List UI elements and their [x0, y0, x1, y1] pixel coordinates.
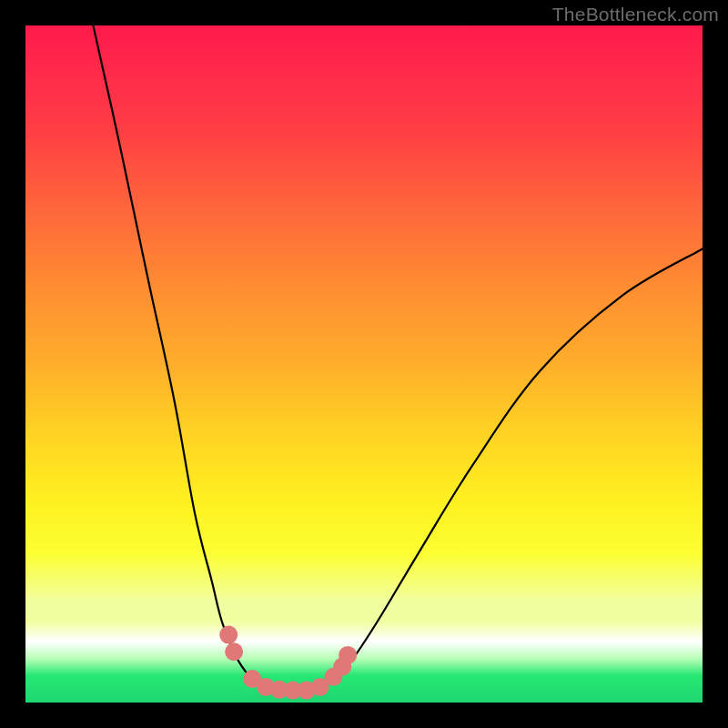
- curve-right: [317, 249, 703, 690]
- data-point: [225, 642, 243, 661]
- plot-area: [25, 25, 703, 703]
- data-point: [339, 646, 357, 664]
- chart-svg: [25, 25, 703, 703]
- curve-left: [93, 25, 276, 689]
- watermark-text: TheBottleneck.com: [552, 4, 719, 25]
- data-point: [219, 626, 238, 644]
- outer-frame: TheBottleneck.com: [0, 0, 728, 728]
